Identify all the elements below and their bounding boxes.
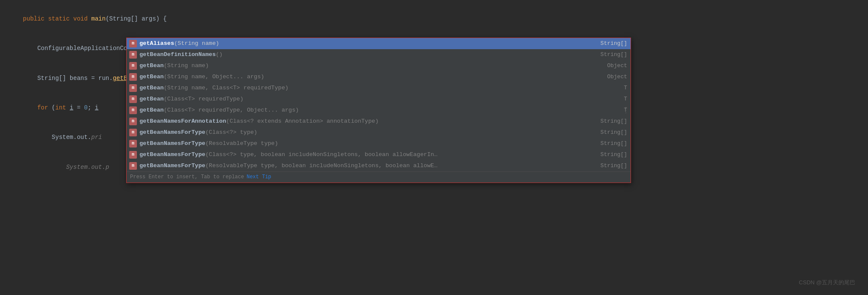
autocomplete-item[interactable]: mgetBean(Class<T> requiredType)T <box>127 94 631 105</box>
item-return-type: String[] <box>601 39 627 48</box>
item-method-name: getBean <box>139 61 164 71</box>
autocomplete-item[interactable]: mgetAliases(String name)String[] <box>127 38 631 49</box>
item-params: (String name, Object... args) <box>164 72 264 82</box>
autocomplete-item[interactable]: mgetBeanNamesForType(Class<?> type, bool… <box>127 149 631 160</box>
item-method-name: getBeanNamesForType <box>139 128 205 137</box>
item-method-name: getBean <box>139 106 164 115</box>
autocomplete-item[interactable]: mgetBean(String name, Class<T> requiredT… <box>127 83 631 94</box>
method-icon: m <box>129 106 137 114</box>
item-method-name: getBeanNamesForType <box>139 139 205 148</box>
code-line-1: public static void main(String[] args) { <box>9 4 859 34</box>
item-params: (ResolvableType type) <box>205 139 278 148</box>
item-params: (Class<?> type, boolean includeNonSingle… <box>205 150 438 159</box>
item-method-name: getBean <box>139 72 164 82</box>
item-method-name: getBeanDefinitionNames <box>139 50 216 59</box>
autocomplete-popup[interactable]: mgetAliases(String name)String[]mgetBean… <box>126 38 631 183</box>
item-params: (Class<T> requiredType) <box>164 94 243 104</box>
watermark: CSDN @五月天的尾巴 <box>799 279 855 286</box>
autocomplete-hint: Press Enter to insert, Tab to replace <box>130 173 244 181</box>
method-icon: m <box>129 95 137 103</box>
autocomplete-item[interactable]: mgetBeanNamesForType(Class<?> type)Strin… <box>127 127 631 138</box>
item-method-name: getBeanNamesForAnnotation <box>139 117 226 126</box>
item-method-name: getBeanNamesForType <box>139 150 205 159</box>
item-method-name: getAliases <box>139 39 174 48</box>
item-params: (String name) <box>164 61 209 71</box>
item-return-type: Object <box>607 73 627 82</box>
autocomplete-item[interactable]: mgetBean(Class<T> requiredType, Object..… <box>127 105 631 116</box>
item-params: (Class<T> requiredType, Object... args) <box>164 106 299 115</box>
method-icon: m <box>129 40 137 47</box>
item-return-type: String[] <box>601 150 627 159</box>
method-icon: m <box>129 84 137 92</box>
method-icon: m <box>129 162 137 170</box>
method-icon: m <box>129 73 137 81</box>
autocomplete-item[interactable]: mgetBeanNamesForType(ResolvableType type… <box>127 138 631 149</box>
item-method-name: getBeanNamesForType <box>139 161 205 171</box>
item-params: () <box>216 50 222 59</box>
next-tip-link[interactable]: Next Tip <box>246 173 271 181</box>
item-return-type: String[] <box>601 162 627 171</box>
method-icon: m <box>129 51 137 59</box>
method-icon: m <box>129 62 137 70</box>
scrollbar-icon: ⋮ <box>622 104 630 117</box>
method-icon: m <box>129 140 137 148</box>
item-return-type: String[] <box>601 50 627 59</box>
autocomplete-item[interactable]: mgetBeanNamesForType(ResolvableType type… <box>127 160 631 171</box>
item-params: (Class<?> type) <box>205 128 258 137</box>
autocomplete-item[interactable]: mgetBean(String name, Object... args)Obj… <box>127 71 631 83</box>
autocomplete-item[interactable]: mgetBeanDefinitionNames()String[] <box>127 49 631 60</box>
item-method-name: getBean <box>139 83 164 93</box>
item-return-type: Object <box>607 62 627 71</box>
autocomplete-footer: Press Enter to insert, Tab to replace Ne… <box>127 171 631 183</box>
item-params: (String name) <box>174 39 219 48</box>
item-return-type: T <box>624 84 627 93</box>
item-return-type: String[] <box>601 139 627 148</box>
method-icon: m <box>129 129 137 136</box>
item-params: (ResolvableType type, boolean includeNon… <box>205 161 438 171</box>
autocomplete-item[interactable]: mgetBeanNamesForAnnotation(Class<? exten… <box>127 116 631 127</box>
item-params: (String name, Class<T> requiredType) <box>164 83 289 93</box>
item-params: (Class<? extends Annotation> annotationT… <box>226 117 379 126</box>
item-return-type: T <box>624 95 627 104</box>
autocomplete-item[interactable]: mgetBean(String name)Object <box>127 60 631 71</box>
item-return-type: String[] <box>601 117 627 126</box>
item-return-type: String[] <box>601 128 627 137</box>
editor-area: public static void main(String[] args) {… <box>0 0 868 295</box>
item-method-name: getBean <box>139 94 164 104</box>
method-icon: m <box>129 118 137 125</box>
method-icon: m <box>129 151 137 159</box>
